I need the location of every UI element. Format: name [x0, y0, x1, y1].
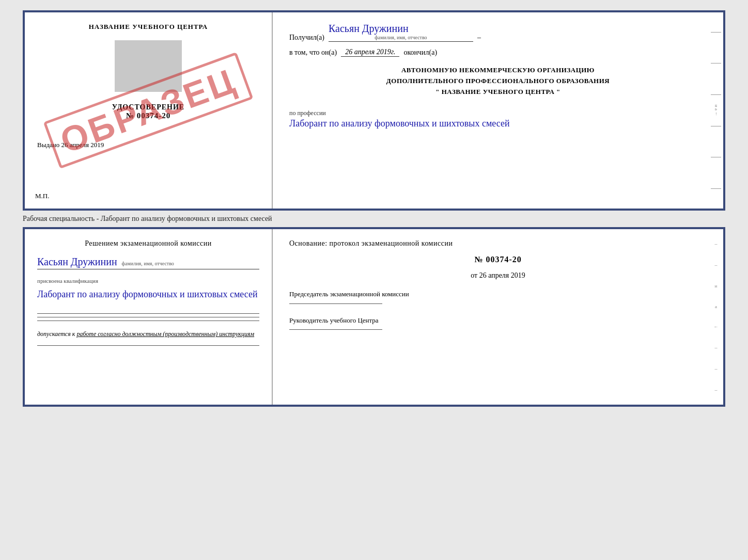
issued-label: Выдано [37, 141, 59, 149]
top-cert-right: Получил(а) Касьян Дружинин фамилия, имя,… [273, 12, 723, 209]
deco-line [711, 32, 721, 33]
mp-stamp: М.П. [35, 192, 49, 200]
protocol-date-value: 26 апреля 2019 [479, 271, 525, 279]
person-name-block: Касьян Дружинин фамилия, имя, отчество [37, 256, 259, 269]
org-line1: АВТОНОМНУЮ НЕКОММЕРЧЕСКУЮ ОРГАНИЗАЦИЮ [289, 65, 707, 76]
date-suffix: окончил(а) [403, 49, 437, 57]
qualification-value: Лаборант по анализу формовочных и шихтов… [37, 288, 259, 301]
protocol-number: № 00374-20 [289, 255, 707, 264]
photo-placeholder [115, 40, 182, 92]
cert-label: УДОСТОВЕРЕНИЕ [112, 103, 184, 111]
director-label: Руководитель учебного Центра [289, 315, 707, 326]
deco-line [711, 126, 721, 126]
top-cert-title: НАЗВАНИЕ УЧЕБНОГО ЦЕНТРА [89, 23, 208, 31]
sig-line [37, 317, 259, 317]
sig-line [37, 321, 259, 321]
chairman-sign-line [289, 303, 382, 304]
org-name: " НАЗВАНИЕ УЧЕБНОГО ЦЕНТРА " [289, 87, 707, 98]
director-block: Руководитель учебного Центра [289, 315, 707, 330]
received-label: Получил(а) [289, 34, 324, 42]
org-block: АВТОНОМНУЮ НЕКОММЕРЧЕСКУЮ ОРГАНИЗАЦИЮ ДО… [289, 65, 707, 97]
chairman-label: Председатель экзаменационной комиссии [289, 289, 707, 299]
basis-title: Основание: протокол экзаменационной коми… [289, 239, 707, 248]
issued-date-value: 26 апреля 2019 [61, 141, 104, 149]
recipient-line: Получил(а) Касьян Дружинин фамилия, имя,… [289, 23, 707, 42]
protocol-date-prefix: от [471, 271, 477, 279]
profession-value: Лаборант по анализу формовочных и шихтов… [289, 117, 707, 130]
allow-underline [37, 345, 259, 346]
issued-date-line: Выдано 26 апреля 2019 [37, 141, 104, 149]
deco-line [711, 188, 721, 189]
profession-block: по профессии Лаборант по анализу формово… [289, 109, 707, 130]
director-sign-line [289, 329, 382, 330]
top-certificate: НАЗВАНИЕ УЧЕБНОГО ЦЕНТРА УДОСТОВЕРЕНИЕ №… [23, 10, 725, 211]
cert-number-prefix: № [126, 111, 134, 120]
date-prefix: в том, что он(а) [289, 49, 337, 57]
right-decorative-lines: и а ← [709, 12, 723, 209]
allow-main-text: работе согласно должностным (производств… [76, 330, 254, 338]
cert-number: № 00374-20 [126, 111, 170, 120]
allow-prefix: допускается к [37, 330, 75, 338]
deco-line [711, 94, 721, 95]
deco-line [711, 63, 721, 63]
sig-line [37, 313, 259, 314]
org-line2: ДОПОЛНИТЕЛЬНОГО ПРОФЕССИОНАЛЬНОГО ОБРАЗО… [289, 76, 707, 87]
date-value: 26 апреля 2019г. [341, 48, 399, 57]
bottom-cert-left: Решением экзаменационной комиссии Касьян… [25, 229, 273, 405]
top-cert-left: НАЗВАНИЕ УЧЕБНОГО ЦЕНТРА УДОСТОВЕРЕНИЕ №… [25, 12, 273, 209]
person-name: Касьян Дружинин фамилия, имя, отчество [37, 256, 259, 269]
qualification-label: присвоена квалификация [37, 278, 259, 284]
allow-text: допускается к работе согласно должностны… [37, 330, 259, 338]
bottom-signature-lines [37, 313, 259, 321]
recipient-name: Касьян Дружинин фамилия, имя, отчество [329, 23, 473, 42]
deco-line [711, 157, 721, 157]
protocol-number-value: 00374-20 [486, 255, 521, 264]
side-marks: – – и а ← – – – [709, 229, 723, 405]
bottom-cert-right: Основание: протокол экзаменационной коми… [273, 229, 723, 405]
protocol-prefix: № [474, 255, 483, 264]
cert-number-value: 00374-20 [137, 111, 171, 120]
bottom-certificate: Решением экзаменационной комиссии Касьян… [23, 227, 725, 407]
person-subtitle: фамилия, имя, отчество [122, 261, 174, 266]
commission-title: Решением экзаменационной комиссии [37, 239, 259, 248]
profession-label: по профессии [289, 109, 707, 117]
recipient-subtitle: фамилия, имя, отчество [329, 35, 473, 40]
completion-date-line: в том, что он(а) 26 апреля 2019г. окончи… [289, 48, 707, 57]
chairman-block: Председатель экзаменационной комиссии [289, 289, 707, 304]
protocol-date: от 26 апреля 2019 [289, 271, 707, 280]
specialty-text: Рабочая специальность - Лаборант по анал… [23, 211, 725, 227]
